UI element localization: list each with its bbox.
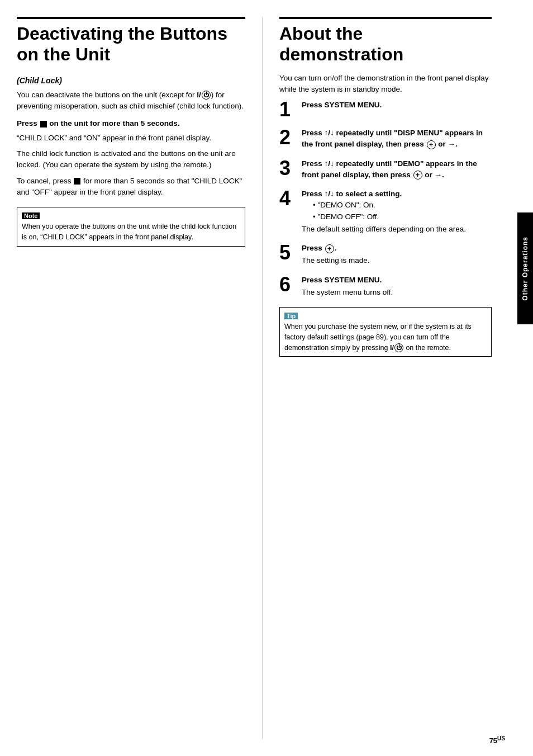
step-5-content: Press +. The setting is made. [302, 243, 492, 267]
right-section-title: About the demonstration [279, 23, 492, 65]
step-4-bullet1: "DEMO ON": On. [313, 200, 492, 211]
press-square-heading: Press on the unit for more than 5 second… [17, 119, 245, 129]
child-lock-para1: “CHILD LOCK” and “ON” appear in the fron… [17, 133, 245, 144]
note-box: Note When you operate the buttons on the… [17, 207, 245, 247]
right-title-bar [279, 17, 492, 19]
step-3-number: 3 [279, 158, 296, 178]
left-intro-text: You can deactivate the buttons on the un… [17, 89, 245, 112]
step-1: 1 Press SYSTEM MENU. [279, 100, 492, 120]
step-6: 6 Press SYSTEM MENU. The system menu tur… [279, 275, 492, 299]
step-6-number: 6 [279, 275, 296, 295]
left-column: Deactivating the Buttons on the Unit (Ch… [17, 17, 263, 739]
tip-text: When you purchase the system new, or if … [284, 322, 487, 353]
step-4-bullet2: "DEMO OFF": Off. [313, 211, 492, 223]
square-cancel-icon [74, 178, 80, 185]
step-1-number: 1 [279, 100, 296, 120]
page-suffix: US [497, 735, 505, 741]
square-icon [40, 121, 47, 127]
step-5-sub: The setting is made. [302, 255, 492, 266]
child-lock-para2: The child lock function is activated and… [17, 148, 245, 171]
step-2-main: Press ↑/↓ repeatedly until "DISP MENU" a… [302, 129, 483, 148]
right-column: About the demonstration You can turn on/… [263, 17, 508, 739]
side-tab-label: Other Operations [521, 237, 529, 301]
step-1-content: Press SYSTEM MENU. [302, 100, 492, 111]
child-lock-heading: (Child Lock) [17, 76, 245, 85]
step-5-main: Press +. [302, 243, 492, 254]
page-footer: 75US [489, 735, 505, 745]
child-lock-para3: To cancel, press for more than 5 seconds… [17, 176, 245, 199]
step-2: 2 Press ↑/↓ repeatedly until "DISP MENU"… [279, 127, 492, 150]
step-4-after: The default setting differs depending on… [302, 224, 492, 235]
step-3-main: Press ↑/↓ repeatedly until "DEMO" appear… [302, 159, 477, 179]
step-5-number: 5 [279, 243, 296, 263]
page-container: Deactivating the Buttons on the Unit (Ch… [0, 0, 533, 756]
page-number: 75 [489, 736, 497, 745]
step-4-number: 4 [279, 188, 296, 209]
right-intro: You can turn on/off the demonstration in… [279, 73, 492, 96]
step-1-main: Press SYSTEM MENU. [302, 101, 382, 109]
step-4-content: Press ↑/↓ to select a setting. "DEMO ON"… [302, 188, 492, 235]
step-6-content: Press SYSTEM MENU. The system menu turns… [302, 275, 492, 299]
left-title-bar [17, 17, 245, 19]
note-text: When you operate the buttons on the unit… [22, 221, 240, 243]
circle-plus-icon-5: + [325, 244, 334, 253]
step-2-content: Press ↑/↓ repeatedly until "DISP MENU" a… [302, 127, 492, 150]
step-3-content: Press ↑/↓ repeatedly until "DEMO" appear… [302, 158, 492, 181]
step-5: 5 Press +. The setting is made. [279, 243, 492, 267]
step-4-main: Press ↑/↓ to select a setting. [302, 188, 492, 200]
note-label: Note [22, 212, 40, 219]
side-tab: Other Operations [517, 212, 533, 324]
power-icon-tip [394, 343, 403, 352]
circle-plus-icon-2: + [427, 140, 436, 149]
step-3: 3 Press ↑/↓ repeatedly until "DEMO" appe… [279, 158, 492, 181]
tip-label: Tip [284, 313, 298, 319]
power-icon [202, 91, 211, 100]
step-6-main: Press SYSTEM MENU. [302, 275, 492, 286]
step-2-number: 2 [279, 127, 296, 148]
step-6-sub: The system menu turns off. [302, 287, 492, 298]
circle-plus-icon-3: + [413, 171, 422, 179]
left-section-title: Deactivating the Buttons on the Unit [17, 23, 245, 65]
tip-box: Tip When you purchase the system new, or… [279, 307, 492, 357]
step-4: 4 Press ↑/↓ to select a setting. "DEMO O… [279, 188, 492, 235]
